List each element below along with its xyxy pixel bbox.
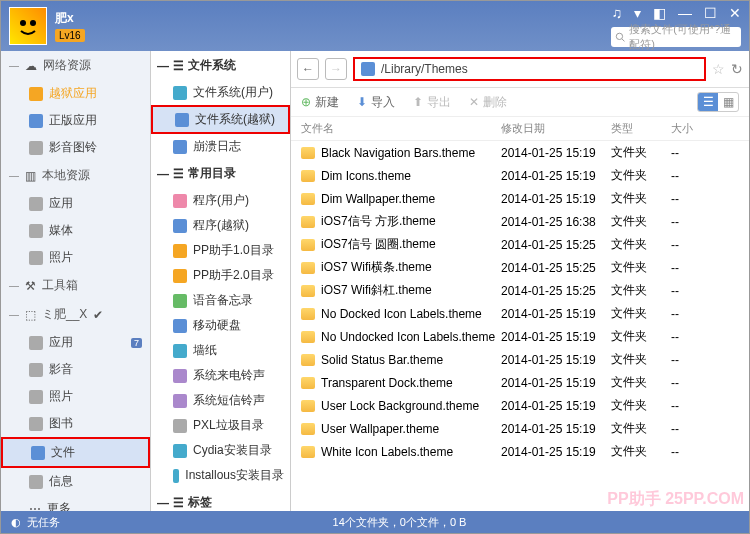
- file-date: 2014-01-25 15:25: [501, 261, 611, 275]
- new-button[interactable]: ⊕新建: [301, 94, 339, 111]
- file-date: 2014-01-25 15:19: [501, 445, 611, 459]
- sidebar-item-jailbreak-apps[interactable]: 越狱应用: [1, 80, 150, 107]
- file-size: --: [671, 330, 711, 344]
- file-row[interactable]: iOS7 Wifi斜杠.theme2014-01-25 15:25文件夹--: [291, 279, 749, 302]
- file-row[interactable]: No Docked Icon Labels.theme2014-01-25 15…: [291, 302, 749, 325]
- folder-icon: [301, 147, 315, 159]
- maximize-icon[interactable]: ☐: [704, 5, 717, 21]
- file-date: 2014-01-25 15:19: [501, 330, 611, 344]
- bookmark-button[interactable]: ☆: [712, 61, 725, 77]
- reload-button[interactable]: ↻: [731, 61, 743, 77]
- fs-item-programs-user[interactable]: 程序(用户): [151, 188, 290, 213]
- file-row[interactable]: Solid Status Bar.theme2014-01-25 15:19文件…: [291, 348, 749, 371]
- file-size: --: [671, 422, 711, 436]
- col-date[interactable]: 修改日期: [501, 121, 611, 136]
- sidebar-item-device-files[interactable]: 文件: [1, 437, 150, 468]
- sidebar-item-device-info[interactable]: 信息: [1, 468, 150, 495]
- dropdown-icon[interactable]: ▾: [634, 5, 641, 21]
- folder-icon: [301, 377, 315, 389]
- fs-item-wallpaper[interactable]: 墙纸: [151, 338, 290, 363]
- file-type: 文件夹: [611, 420, 671, 437]
- fs-item-programs-jb[interactable]: 程序(越狱): [151, 213, 290, 238]
- file-size: --: [671, 376, 711, 390]
- file-row[interactable]: Dim Icons.theme2014-01-25 15:19文件夹--: [291, 164, 749, 187]
- file-row[interactable]: Dim Wallpaper.theme2014-01-25 15:19文件夹--: [291, 187, 749, 210]
- col-size[interactable]: 大小: [671, 121, 711, 136]
- svg-line-3: [622, 39, 625, 42]
- skin-icon[interactable]: ◧: [653, 5, 666, 21]
- file-row[interactable]: iOS7 Wifi横条.theme2014-01-25 15:25文件夹--: [291, 256, 749, 279]
- task-icon[interactable]: ◐: [11, 516, 21, 529]
- minimize-icon[interactable]: —: [678, 5, 692, 21]
- file-row[interactable]: No Undocked Icon Labels.theme2014-01-25 …: [291, 325, 749, 348]
- file-row[interactable]: iOS7信号 圆圈.theme2014-01-25 15:25文件夹--: [291, 233, 749, 256]
- sidebar-item-device-apps[interactable]: 应用7: [1, 329, 150, 356]
- close-icon[interactable]: ✕: [729, 5, 741, 21]
- sidebar-group-device[interactable]: —⬚ミ肥__X✔: [1, 300, 150, 329]
- avatar[interactable]: [9, 7, 47, 45]
- file-name: White Icon Labels.theme: [321, 445, 453, 459]
- sidebar-item-device-photos[interactable]: 照片: [1, 383, 150, 410]
- file-name: Transparent Dock.theme: [321, 376, 453, 390]
- path-input[interactable]: /Library/Themes: [353, 57, 706, 81]
- file-name: User Lock Background.theme: [321, 399, 479, 413]
- fs-group-common[interactable]: —☰常用目录: [151, 159, 290, 188]
- fs-item-crashlogs[interactable]: 崩溃日志: [151, 134, 290, 159]
- file-size: --: [671, 169, 711, 183]
- file-type: 文件夹: [611, 443, 671, 460]
- fs-item-ringtone[interactable]: 系统来电铃声: [151, 363, 290, 388]
- col-type[interactable]: 类型: [611, 121, 671, 136]
- fs-item-jailbreak[interactable]: 文件系统(越狱): [151, 105, 290, 134]
- fs-group-tags[interactable]: —☰标签: [151, 488, 290, 511]
- import-button[interactable]: ⬇导入: [357, 94, 395, 111]
- fs-item-voice[interactable]: 语音备忘录: [151, 288, 290, 313]
- fs-item-pp10[interactable]: PP助手1.0目录: [151, 238, 290, 263]
- file-row[interactable]: Transparent Dock.theme2014-01-25 15:19文件…: [291, 371, 749, 394]
- search-input[interactable]: 搜索文件(可使用*?通配符): [611, 27, 741, 47]
- file-size: --: [671, 261, 711, 275]
- fs-item-installous[interactable]: Installous安装目录: [151, 463, 290, 488]
- sidebar-item-official-apps[interactable]: 正版应用: [1, 107, 150, 134]
- fs-item-user[interactable]: 文件系统(用户): [151, 80, 290, 105]
- fs-item-cydia[interactable]: Cydia安装目录: [151, 438, 290, 463]
- export-button[interactable]: ⬆导出: [413, 94, 451, 111]
- file-row[interactable]: User Lock Background.theme2014-01-25 15:…: [291, 394, 749, 417]
- file-size: --: [671, 146, 711, 160]
- sidebar-item-device-books[interactable]: 图书: [1, 410, 150, 437]
- col-name[interactable]: 文件名: [301, 121, 501, 136]
- file-name: iOS7 Wifi斜杠.theme: [321, 282, 432, 299]
- sidebar-item-device-av[interactable]: 影音: [1, 356, 150, 383]
- fs-group-filesystem[interactable]: —☰文件系统: [151, 51, 290, 80]
- back-button[interactable]: ←: [297, 58, 319, 80]
- delete-button[interactable]: ✕删除: [469, 94, 507, 111]
- music-icon[interactable]: ♫: [612, 5, 623, 21]
- file-row[interactable]: White Icon Labels.theme2014-01-25 15:19文…: [291, 440, 749, 463]
- sidebar-group-network[interactable]: —☁网络资源: [1, 51, 150, 80]
- file-row[interactable]: Black Navigation Bars.theme2014-01-25 15…: [291, 141, 749, 164]
- sidebar-item-device-more[interactable]: ⋯更多: [1, 495, 150, 511]
- file-name: Dim Icons.theme: [321, 169, 411, 183]
- sidebar-group-local[interactable]: —▥本地资源: [1, 161, 150, 190]
- file-row[interactable]: User Wallpaper.theme2014-01-25 15:19文件夹-…: [291, 417, 749, 440]
- sidebar-item-local-apps[interactable]: 应用: [1, 190, 150, 217]
- folder-icon: [301, 423, 315, 435]
- forward-button[interactable]: →: [325, 58, 347, 80]
- file-size: --: [671, 192, 711, 206]
- fs-item-drive[interactable]: 移动硬盘: [151, 313, 290, 338]
- list-view-button[interactable]: ☰: [698, 93, 718, 111]
- fs-item-sms[interactable]: 系统短信铃声: [151, 388, 290, 413]
- grid-view-button[interactable]: ▦: [718, 93, 738, 111]
- fs-item-pp20[interactable]: PP助手2.0目录: [151, 263, 290, 288]
- sidebar-group-toolbox[interactable]: —⚒工具箱: [1, 271, 150, 300]
- file-row[interactable]: iOS7信号 方形.theme2014-01-25 16:38文件夹--: [291, 210, 749, 233]
- file-date: 2014-01-25 15:25: [501, 284, 611, 298]
- file-name: Solid Status Bar.theme: [321, 353, 443, 367]
- file-size: --: [671, 399, 711, 413]
- fs-item-pxl[interactable]: PXL垃圾目录: [151, 413, 290, 438]
- sidebar-item-media-rings[interactable]: 影音图铃: [1, 134, 150, 161]
- file-size: --: [671, 353, 711, 367]
- sidebar-item-local-photos[interactable]: 照片: [1, 244, 150, 271]
- folder-icon: [301, 308, 315, 320]
- sidebar-item-local-media[interactable]: 媒体: [1, 217, 150, 244]
- file-type: 文件夹: [611, 305, 671, 322]
